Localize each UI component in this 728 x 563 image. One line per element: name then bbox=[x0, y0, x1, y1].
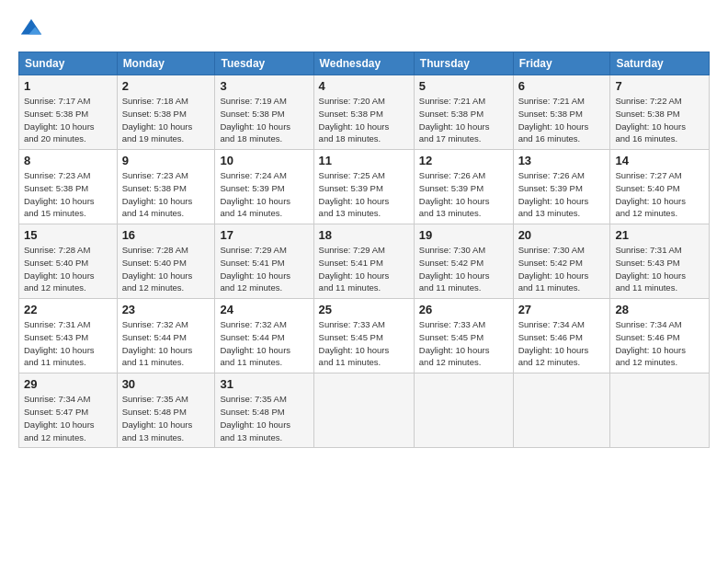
day-number: 10 bbox=[220, 154, 308, 167]
day-cell: 24Sunrise: 7:32 AM Sunset: 5:44 PM Dayli… bbox=[215, 299, 313, 373]
day-cell bbox=[610, 373, 710, 448]
day-cell: 31Sunrise: 7:35 AM Sunset: 5:48 PM Dayli… bbox=[215, 373, 313, 448]
day-number: 16 bbox=[122, 228, 210, 242]
day-number: 27 bbox=[518, 303, 606, 316]
week-row-1: 1Sunrise: 7:17 AM Sunset: 5:38 PM Daylig… bbox=[19, 75, 710, 150]
day-cell: 1Sunrise: 7:17 AM Sunset: 5:38 PM Daylig… bbox=[19, 75, 118, 150]
day-number: 8 bbox=[24, 154, 112, 167]
day-info: Sunrise: 7:30 AM Sunset: 5:42 PM Dayligh… bbox=[419, 244, 508, 294]
day-number: 14 bbox=[615, 154, 704, 167]
day-cell: 15Sunrise: 7:28 AM Sunset: 5:40 PM Dayli… bbox=[19, 224, 118, 299]
day-cell: 26Sunrise: 7:33 AM Sunset: 5:45 PM Dayli… bbox=[414, 299, 513, 373]
day-cell: 16Sunrise: 7:28 AM Sunset: 5:40 PM Dayli… bbox=[117, 224, 215, 299]
day-number: 13 bbox=[518, 154, 606, 167]
day-info: Sunrise: 7:28 AM Sunset: 5:40 PM Dayligh… bbox=[122, 244, 210, 294]
day-cell: 13Sunrise: 7:26 AM Sunset: 5:39 PM Dayli… bbox=[513, 150, 610, 224]
day-info: Sunrise: 7:23 AM Sunset: 5:38 PM Dayligh… bbox=[24, 169, 112, 220]
day-info: Sunrise: 7:19 AM Sunset: 5:38 PM Dayligh… bbox=[220, 95, 308, 145]
day-cell: 23Sunrise: 7:32 AM Sunset: 5:44 PM Dayli… bbox=[117, 299, 215, 373]
day-cell: 20Sunrise: 7:30 AM Sunset: 5:42 PM Dayli… bbox=[513, 224, 610, 299]
day-cell: 21Sunrise: 7:31 AM Sunset: 5:43 PM Dayli… bbox=[610, 224, 710, 299]
day-number: 22 bbox=[24, 303, 112, 316]
day-cell bbox=[414, 373, 513, 448]
day-info: Sunrise: 7:33 AM Sunset: 5:45 PM Dayligh… bbox=[419, 318, 508, 369]
day-cell: 22Sunrise: 7:31 AM Sunset: 5:43 PM Dayli… bbox=[19, 299, 118, 373]
day-info: Sunrise: 7:34 AM Sunset: 5:46 PM Dayligh… bbox=[615, 318, 704, 369]
weekday-sunday: Sunday bbox=[19, 52, 118, 75]
day-info: Sunrise: 7:29 AM Sunset: 5:41 PM Dayligh… bbox=[220, 244, 308, 294]
weekday-tuesday: Tuesday bbox=[215, 52, 313, 75]
week-row-3: 15Sunrise: 7:28 AM Sunset: 5:40 PM Dayli… bbox=[19, 224, 710, 299]
day-cell: 28Sunrise: 7:34 AM Sunset: 5:46 PM Dayli… bbox=[610, 299, 710, 373]
week-row-2: 8Sunrise: 7:23 AM Sunset: 5:38 PM Daylig… bbox=[19, 150, 710, 224]
day-cell: 7Sunrise: 7:22 AM Sunset: 5:38 PM Daylig… bbox=[610, 75, 710, 150]
day-cell: 6Sunrise: 7:21 AM Sunset: 5:38 PM Daylig… bbox=[513, 75, 610, 150]
day-cell: 4Sunrise: 7:20 AM Sunset: 5:38 PM Daylig… bbox=[313, 75, 414, 150]
day-info: Sunrise: 7:20 AM Sunset: 5:38 PM Dayligh… bbox=[319, 95, 409, 145]
day-number: 17 bbox=[220, 228, 308, 242]
day-number: 26 bbox=[419, 303, 508, 316]
day-info: Sunrise: 7:17 AM Sunset: 5:38 PM Dayligh… bbox=[24, 95, 112, 145]
day-info: Sunrise: 7:29 AM Sunset: 5:41 PM Dayligh… bbox=[319, 244, 409, 294]
day-cell: 19Sunrise: 7:30 AM Sunset: 5:42 PM Dayli… bbox=[414, 224, 513, 299]
day-number: 20 bbox=[518, 228, 606, 242]
day-cell: 30Sunrise: 7:35 AM Sunset: 5:48 PM Dayli… bbox=[117, 373, 215, 448]
day-info: Sunrise: 7:31 AM Sunset: 5:43 PM Dayligh… bbox=[615, 244, 704, 294]
logo-icon bbox=[18, 17, 44, 42]
day-cell: 11Sunrise: 7:25 AM Sunset: 5:39 PM Dayli… bbox=[313, 150, 414, 224]
day-info: Sunrise: 7:25 AM Sunset: 5:39 PM Dayligh… bbox=[319, 169, 409, 220]
day-number: 11 bbox=[319, 154, 409, 167]
day-number: 23 bbox=[122, 303, 210, 316]
day-cell: 18Sunrise: 7:29 AM Sunset: 5:41 PM Dayli… bbox=[313, 224, 414, 299]
header bbox=[18, 17, 710, 42]
day-cell: 9Sunrise: 7:23 AM Sunset: 5:38 PM Daylig… bbox=[117, 150, 215, 224]
day-info: Sunrise: 7:22 AM Sunset: 5:38 PM Dayligh… bbox=[615, 95, 704, 145]
day-cell: 25Sunrise: 7:33 AM Sunset: 5:45 PM Dayli… bbox=[313, 299, 414, 373]
weekday-friday: Friday bbox=[513, 52, 610, 75]
day-number: 5 bbox=[419, 79, 508, 93]
day-number: 30 bbox=[122, 377, 210, 391]
day-cell: 12Sunrise: 7:26 AM Sunset: 5:39 PM Dayli… bbox=[414, 150, 513, 224]
day-info: Sunrise: 7:28 AM Sunset: 5:40 PM Dayligh… bbox=[24, 244, 112, 294]
day-info: Sunrise: 7:33 AM Sunset: 5:45 PM Dayligh… bbox=[319, 318, 409, 369]
week-row-4: 22Sunrise: 7:31 AM Sunset: 5:43 PM Dayli… bbox=[19, 299, 710, 373]
day-info: Sunrise: 7:27 AM Sunset: 5:40 PM Dayligh… bbox=[615, 169, 704, 220]
day-info: Sunrise: 7:34 AM Sunset: 5:46 PM Dayligh… bbox=[518, 318, 606, 369]
weekday-thursday: Thursday bbox=[414, 52, 513, 75]
calendar-table: SundayMondayTuesdayWednesdayThursdayFrid… bbox=[18, 52, 710, 448]
day-cell: 5Sunrise: 7:21 AM Sunset: 5:38 PM Daylig… bbox=[414, 75, 513, 150]
day-number: 3 bbox=[220, 79, 308, 93]
day-number: 12 bbox=[419, 154, 508, 167]
day-info: Sunrise: 7:18 AM Sunset: 5:38 PM Dayligh… bbox=[122, 95, 210, 145]
week-row-5: 29Sunrise: 7:34 AM Sunset: 5:47 PM Dayli… bbox=[19, 373, 710, 448]
day-number: 25 bbox=[319, 303, 409, 316]
day-number: 9 bbox=[122, 154, 210, 167]
day-info: Sunrise: 7:21 AM Sunset: 5:38 PM Dayligh… bbox=[518, 95, 606, 145]
day-number: 6 bbox=[518, 79, 606, 93]
day-cell: 2Sunrise: 7:18 AM Sunset: 5:38 PM Daylig… bbox=[117, 75, 215, 150]
day-cell: 14Sunrise: 7:27 AM Sunset: 5:40 PM Dayli… bbox=[610, 150, 710, 224]
weekday-monday: Monday bbox=[117, 52, 215, 75]
page: SundayMondayTuesdayWednesdayThursdayFrid… bbox=[0, 0, 728, 563]
day-info: Sunrise: 7:26 AM Sunset: 5:39 PM Dayligh… bbox=[518, 169, 606, 220]
weekday-header-row: SundayMondayTuesdayWednesdayThursdayFrid… bbox=[19, 52, 710, 75]
day-cell: 17Sunrise: 7:29 AM Sunset: 5:41 PM Dayli… bbox=[215, 224, 313, 299]
day-info: Sunrise: 7:35 AM Sunset: 5:48 PM Dayligh… bbox=[220, 393, 308, 443]
day-number: 15 bbox=[24, 228, 112, 242]
day-info: Sunrise: 7:21 AM Sunset: 5:38 PM Dayligh… bbox=[419, 95, 508, 145]
day-cell: 10Sunrise: 7:24 AM Sunset: 5:39 PM Dayli… bbox=[215, 150, 313, 224]
weekday-saturday: Saturday bbox=[610, 52, 710, 75]
logo bbox=[18, 17, 48, 42]
day-info: Sunrise: 7:23 AM Sunset: 5:38 PM Dayligh… bbox=[122, 169, 210, 220]
day-info: Sunrise: 7:24 AM Sunset: 5:39 PM Dayligh… bbox=[220, 169, 308, 220]
day-number: 21 bbox=[615, 228, 704, 242]
day-cell bbox=[313, 373, 414, 448]
day-number: 2 bbox=[122, 79, 210, 93]
day-number: 28 bbox=[615, 303, 704, 316]
day-info: Sunrise: 7:26 AM Sunset: 5:39 PM Dayligh… bbox=[419, 169, 508, 220]
day-info: Sunrise: 7:30 AM Sunset: 5:42 PM Dayligh… bbox=[518, 244, 606, 294]
day-cell: 27Sunrise: 7:34 AM Sunset: 5:46 PM Dayli… bbox=[513, 299, 610, 373]
day-number: 24 bbox=[220, 303, 308, 316]
day-info: Sunrise: 7:35 AM Sunset: 5:48 PM Dayligh… bbox=[122, 393, 210, 443]
day-number: 7 bbox=[615, 79, 704, 93]
